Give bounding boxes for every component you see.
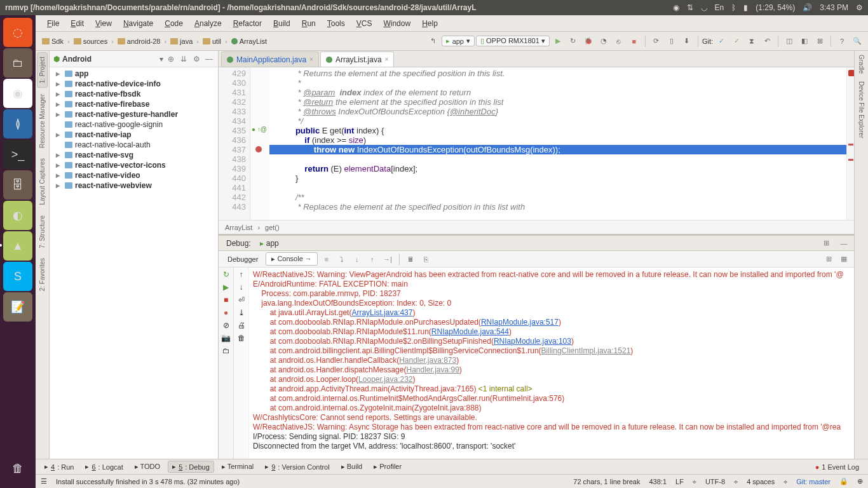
scroll-end-icon[interactable]: ⤓	[238, 308, 245, 317]
clear-icon[interactable]: 🗑	[238, 334, 245, 342]
step-into-icon[interactable]: ↓	[351, 253, 363, 266]
menu-run[interactable]: Run	[297, 18, 321, 29]
project-view-selector[interactable]: Android	[62, 55, 157, 64]
bluetooth-icon[interactable]: ᛒ	[731, 3, 736, 12]
select-opened-file-icon[interactable]: ⊕	[166, 55, 176, 64]
status-icon[interactable]: ☰	[41, 477, 47, 485]
tree-item[interactable]: ▸react-native-gesture-handler	[50, 109, 218, 119]
language-indicator[interactable]: En	[715, 3, 724, 12]
tb-icon-3[interactable]: ⊞	[813, 34, 827, 48]
menu-analyze[interactable]: Analyze	[189, 18, 227, 29]
apply-changes-icon[interactable]: ↻	[566, 34, 580, 48]
git-update-icon[interactable]: ✓	[714, 34, 728, 48]
error-stripe[interactable]	[846, 67, 854, 220]
breadcrumb-item[interactable]: Sdk	[39, 36, 66, 46]
clock[interactable]: 3:43 PM	[820, 3, 848, 12]
settings-gear-icon[interactable]: ⚙	[856, 3, 863, 12]
menu-window[interactable]: Window	[378, 18, 416, 29]
print-icon[interactable]: 🖨	[238, 321, 245, 330]
git-commit-icon[interactable]: ✓	[729, 34, 743, 48]
project-tree[interactable]: ▸app▸react-native-device-info▸react-nati…	[50, 67, 218, 459]
tree-item[interactable]: ▸react-native-video	[50, 170, 218, 180]
bottom-tab[interactable]: ▸ Build	[337, 461, 367, 472]
launcher-android-studio-icon[interactable]: ▲	[3, 231, 32, 261]
menu-tools[interactable]: Tools	[322, 18, 350, 29]
bottom-tab[interactable]: ▸ TODO	[131, 461, 164, 472]
menu-navigate[interactable]: Navigate	[118, 18, 158, 29]
profile-icon[interactable]: ◔	[597, 34, 611, 48]
code-editor[interactable]: 4294304314324334344354364374384394404414…	[219, 67, 854, 220]
tree-item[interactable]: ▸react-native-iap	[50, 130, 218, 140]
menu-view[interactable]: View	[90, 18, 117, 29]
bottom-tab[interactable]: ▸ 5: Debug	[168, 461, 214, 473]
launcher-gedit-icon[interactable]: 📝	[3, 292, 32, 322]
tree-item[interactable]: react-native-local-auth	[50, 140, 218, 150]
run-config-selector[interactable]: ▸app▾	[442, 36, 475, 46]
collapse-all-icon[interactable]: ⇊	[179, 55, 189, 64]
tb-icon-2[interactable]: ◧	[797, 34, 811, 48]
breadcrumb-item[interactable]: util	[200, 36, 224, 46]
attach-icon[interactable]: ⎋	[612, 34, 626, 48]
tab-console[interactable]: ▸ Console →	[266, 252, 317, 266]
menu-build[interactable]: Build	[268, 18, 295, 29]
wrap-icon[interactable]: ⏎	[238, 295, 245, 304]
left-tab-3[interactable]: 7: Structure	[37, 212, 47, 252]
resume-icon[interactable]: ▶	[223, 283, 229, 292]
event-log[interactable]: ● 1 Event Log	[811, 462, 863, 472]
launcher-dash-icon[interactable]: ◌	[3, 18, 32, 47]
status-indent[interactable]: 4 spaces	[747, 478, 775, 485]
evaluate-icon[interactable]: 🖩	[405, 253, 417, 266]
dump-icon[interactable]: 📷	[221, 334, 231, 342]
rerun-icon[interactable]: ↻	[223, 270, 229, 279]
menu-vcs[interactable]: VCS	[351, 18, 377, 29]
view-bp-icon[interactable]: ●	[224, 308, 228, 317]
editor-tab[interactable]: MainApplication.java×	[221, 51, 319, 67]
right-tab-1[interactable]: Device File Explorer	[857, 78, 866, 142]
git-rollback-icon[interactable]: ↶	[760, 34, 774, 48]
left-tab-1[interactable]: Resource Manager	[37, 90, 47, 152]
editor-tab[interactable]: ArrayList.java×	[320, 51, 395, 67]
console-output[interactable]: W/ReactNativeJS: Warning: ViewPagerAndro…	[249, 268, 854, 459]
menu-code[interactable]: Code	[159, 18, 188, 29]
launcher-skype-icon[interactable]: S	[3, 262, 32, 291]
menu-refactor[interactable]: Refactor	[228, 18, 267, 29]
menu-help[interactable]: Help	[417, 18, 443, 29]
console-more-icon[interactable]: ▦	[837, 253, 850, 266]
trace-icon[interactable]: ⎘	[420, 253, 433, 266]
stop2-icon[interactable]: ■	[224, 295, 228, 304]
settings2-icon[interactable]: 🗀	[222, 346, 230, 355]
bottom-tab[interactable]: ▸ Terminal	[218, 461, 257, 472]
hide-debug-icon[interactable]: —	[837, 237, 850, 250]
bottom-tab[interactable]: ▸ Profiler	[370, 461, 405, 472]
tree-item[interactable]: ▸react-native-vector-icons	[50, 160, 218, 170]
avd-icon[interactable]: ▯	[665, 34, 679, 48]
help-icon[interactable]: ?	[835, 34, 849, 48]
layout-icon[interactable]: ⊞	[820, 237, 832, 250]
debug-icon[interactable]: 🐞	[581, 34, 595, 48]
back-nav-icon[interactable]: ↰	[426, 34, 440, 48]
up-icon[interactable]: ↑	[240, 270, 243, 279]
breadcrumb-item[interactable]: android-28	[115, 36, 163, 46]
breadcrumb-item[interactable]: ArrayList	[229, 36, 269, 46]
run-icon[interactable]: ▶	[551, 34, 565, 48]
launcher-files-icon[interactable]: 🗀	[3, 48, 32, 78]
bottom-tab[interactable]: ▸ 4: Run	[41, 461, 78, 472]
left-tab-2[interactable]: Layout Captures	[37, 154, 47, 208]
launcher-app1-icon[interactable]: ◐	[3, 201, 32, 230]
stop-icon[interactable]: ■	[627, 34, 641, 48]
sdk-icon[interactable]: ⬇	[680, 34, 694, 48]
launcher-trash-icon[interactable]: 🗑	[3, 454, 32, 483]
tree-item[interactable]: ▸react-native-svg	[50, 150, 218, 160]
search-icon[interactable]: 🔍	[850, 34, 864, 48]
sync-icon[interactable]: ⟳	[649, 34, 663, 48]
device-selector[interactable]: ▯ OPPO RMX1801 ▾	[476, 36, 550, 46]
launcher-terminal-icon[interactable]: >_	[3, 140, 32, 169]
volume-icon[interactable]: 🔊	[803, 3, 812, 12]
tree-item[interactable]: ▸react-native-fbsdk	[50, 89, 218, 99]
network-icon[interactable]: ⇅	[687, 3, 693, 12]
battery-icon[interactable]: ▮	[743, 3, 748, 12]
tree-item[interactable]: ▸app	[50, 69, 218, 79]
tree-item[interactable]: ▸react-native-device-info	[50, 79, 218, 89]
right-tab-0[interactable]: Gradle	[857, 51, 866, 78]
git-history-icon[interactable]: ⧗	[745, 34, 759, 48]
